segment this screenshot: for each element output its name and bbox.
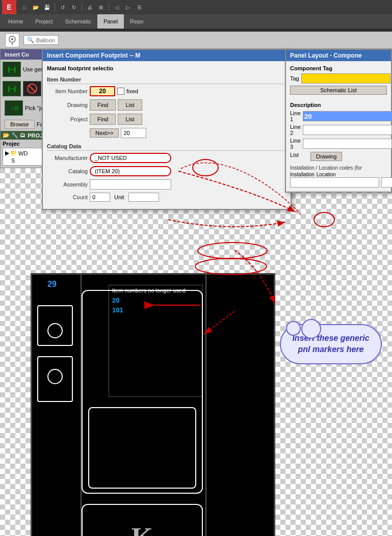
cloud-callout: Insert these generic pnl markers here <box>280 324 382 364</box>
line3-input[interactable] <box>303 139 392 149</box>
fixed-label: fixed <box>126 88 138 94</box>
comp-icon-2[interactable]: ╟─╢ <box>3 81 21 96</box>
project-list-btn[interactable]: List <box>118 114 142 125</box>
next-value-input[interactable] <box>121 128 146 138</box>
tab-repo[interactable]: Repo <box>124 14 149 29</box>
tab-schematic[interactable]: Schematic <box>59 14 97 29</box>
line3-row: Line 3 <box>290 138 387 150</box>
description-label: Description <box>290 102 387 108</box>
manufacturer-row: Manufacturer <box>47 153 286 163</box>
redo-icon[interactable]: ↻ <box>69 2 79 12</box>
drawing-find-btn[interactable]: Find <box>90 99 116 111</box>
balloon-icon[interactable] <box>5 33 19 47</box>
balloon-placeholder: Balloon <box>36 37 55 43</box>
manufacturer-input[interactable] <box>90 153 171 163</box>
comp-icon-crossed[interactable] <box>23 81 41 96</box>
project-label-dialog: Project <box>47 116 88 122</box>
number-29: 29 <box>47 280 57 289</box>
line1-row: Line 1 <box>290 110 387 122</box>
menu-icon[interactable]: ☰ <box>134 2 144 12</box>
assembly-row: Assembly <box>47 179 286 190</box>
schematic-list-btn[interactable]: Schematic List <box>290 86 387 95</box>
panel-layout-dialog: Panel Layout - Compone Component Tag Tag… <box>285 49 392 193</box>
item-number-label: Item Number <box>47 88 88 94</box>
tab-panel[interactable]: Panel <box>97 14 124 29</box>
line2-input[interactable] <box>303 125 392 135</box>
ribbon-tabs: Home Project Schematic Panel Repo <box>0 14 392 29</box>
line1-input[interactable] <box>303 111 392 121</box>
install-inputs <box>290 177 387 187</box>
tag-row: Tag <box>290 73 387 84</box>
print-icon[interactable]: 🖨 <box>85 2 95 12</box>
open-icon[interactable]: 📂 <box>31 2 41 12</box>
save-icon[interactable]: 💾 <box>42 2 52 12</box>
cloud-text: Insert these generic pnl markers here <box>292 334 369 354</box>
panel-layout-title: Panel Layout - Compone <box>286 50 391 61</box>
list-label-text: List <box>290 152 308 161</box>
window-icon[interactable]: ⊞ <box>96 2 106 12</box>
project-icons: 📂 🔧 🗂 <box>3 132 25 139</box>
folder-icon: 📁 <box>10 150 17 156</box>
circle-1 <box>47 323 63 338</box>
separator1 <box>55 3 55 11</box>
assembly-input[interactable] <box>90 179 171 190</box>
balloon-search[interactable]: 🔍 Balloon <box>23 35 59 45</box>
comp-icon-arrow[interactable]: →⊡ <box>5 100 23 116</box>
installation-input[interactable] <box>290 177 379 187</box>
back-icon[interactable]: ◁ <box>112 2 122 12</box>
catalog-row: Catalog <box>47 166 286 176</box>
list-drawing-row: List Drawing <box>290 152 387 161</box>
drawing-row: Drawing Find List <box>47 99 286 111</box>
item-number-section: Item Number <box>47 74 286 84</box>
catalog-input[interactable] <box>90 166 171 176</box>
manual-selection-label: Manual footprint selectio <box>47 65 286 71</box>
fixed-checkbox[interactable] <box>117 88 124 95</box>
tree-arrow: ▶ <box>5 150 9 156</box>
component-tag-section: Component Tag Tag Schematic List <box>290 65 387 98</box>
unit-input[interactable] <box>128 193 159 202</box>
svg-point-2 <box>11 38 13 40</box>
footprint-dialog: Insert Component Footprint -- M Manual f… <box>42 49 292 210</box>
tab-home[interactable]: Home <box>2 14 29 29</box>
drawing-btn[interactable]: Drawing <box>310 152 342 161</box>
line1-label: Line 1 <box>290 110 301 122</box>
installation-label: Installation <box>290 172 315 177</box>
line2-label: Line 2 <box>290 124 301 136</box>
svg-point-9 <box>195 258 267 275</box>
undo-icon[interactable]: ↺ <box>58 2 68 12</box>
separator3 <box>109 3 109 11</box>
item-number-row: Item Number fixed <box>47 86 286 96</box>
app-logo: E <box>2 0 16 14</box>
panel-layout-body: Component Tag Tag Schematic List Descrip… <box>286 61 391 192</box>
forward-icon[interactable]: ▷ <box>123 2 133 12</box>
location-input[interactable] <box>381 177 392 187</box>
installation-section: Installation / Location codes (for Insta… <box>290 165 387 187</box>
svg-point-8 <box>198 243 267 259</box>
next-button[interactable]: Next>> <box>90 128 119 138</box>
inner-panel-rect <box>88 407 196 489</box>
balloon-area: 🔍 Balloon <box>0 32 392 49</box>
svg-point-7 <box>314 212 334 227</box>
project-find-btn[interactable]: Find <box>90 114 116 125</box>
description-section: Description Line 1 Line 2 Line 3 List <box>290 102 387 161</box>
panel-drawing-inner: 29 Item numbers no longer used: 20 101 <box>32 275 274 536</box>
next-row: Next>> <box>47 128 286 138</box>
search-icon: 🔍 <box>27 37 34 43</box>
manufacturer-label: Manufacturer <box>47 155 88 161</box>
new-icon[interactable]: □ <box>19 2 30 12</box>
tag-input[interactable] <box>301 73 390 84</box>
bottom-panel-rect: K <box>82 504 203 536</box>
comp-icon-1[interactable]: ╟─╢ <box>3 62 21 77</box>
tab-project[interactable]: Project <box>29 14 59 29</box>
line2-row: Line 2 <box>290 124 387 136</box>
svg-line-4 <box>29 85 36 92</box>
line3-label: Line 3 <box>290 138 301 150</box>
install-label: Installation / Location codes (for <box>290 165 387 171</box>
browse-button[interactable]: Browse <box>5 120 35 129</box>
divider-2 <box>205 275 206 536</box>
panel-letter-k: K <box>83 505 202 536</box>
drawing-list-btn[interactable]: List <box>118 99 142 111</box>
count-input[interactable] <box>90 193 110 202</box>
dialog-body: Manual footprint selectio Item Number It… <box>43 61 291 209</box>
item-number-input[interactable] <box>90 86 115 96</box>
